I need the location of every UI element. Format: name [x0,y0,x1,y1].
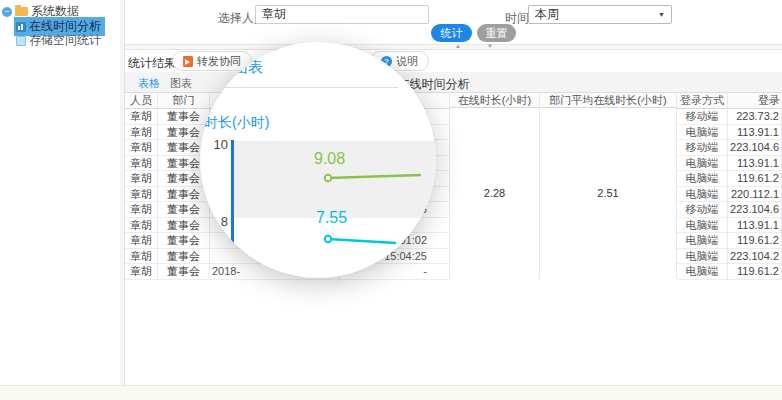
cell-person: 章胡 [125,156,158,172]
sidebar: − 系统数据 在线时间分析 存储空间统计 [0,0,120,400]
data-label-cyan: 7.55 [316,209,347,227]
magnifier-chart-overlay: 图表 时长(小时) 10 8 9.08 7.55 [200,42,436,278]
sidebar-item-label: 存储空间统计 [29,32,101,49]
cell-login-method: 电脑端 [677,218,728,234]
chart-icon [16,22,26,32]
cell-person: 章胡 [125,140,158,156]
cell-person: 章胡 [125,187,158,203]
forward-collab-label: 转发协同 [197,54,241,69]
table-row[interactable]: 电脑端113.91.1 [677,218,782,234]
cell-person: 章胡 [125,109,158,125]
table-right-group: 登录方式 登录 移动端223.73.2电脑端113.91.1移动端223.104… [677,93,782,280]
cell-login-ip: 119.61.2 [728,264,782,280]
cell-login-ip: 223.104.6 [728,140,782,156]
table-row[interactable]: 电脑端119.61.2 [677,264,782,280]
time-select-value: 本周 [535,6,559,23]
cell-login-method: 电脑端 [677,264,728,280]
table-row[interactable]: 移动端223.104.6 [677,140,782,156]
cell-login-method: 电脑端 [677,187,728,203]
header-login-method: 登录方式 [677,93,728,108]
header-login-ip: 登录 [728,93,782,108]
cell-login-ip: 119.61.2 [728,171,782,187]
person-input[interactable] [255,5,429,24]
cell-login-ip: 223.104.2 [728,249,782,265]
cell-login-ip: 119.61.2 [728,233,782,249]
results-bar: 统计结果: 转发协同 ? 说明 [125,50,782,72]
cell-person: 章胡 [125,171,158,187]
forward-collab-button[interactable]: 转发协同 [172,51,252,71]
table-header-row: 登录方式 登录 [677,93,782,109]
table-row[interactable]: 电脑端113.91.1 [677,125,782,141]
header-person: 人员 [125,93,158,108]
table-row[interactable]: 电脑端223.104.2 [677,249,782,265]
cell-login-method: 电脑端 [677,249,728,265]
cell-login-ip: 220.112.1 [728,187,782,203]
help-label: 说明 [396,54,418,69]
series-line-green [328,175,421,178]
table-rows-right: 移动端223.73.2电脑端113.91.1移动端223.104.6电脑端113… [677,109,782,280]
document-icon [16,36,26,46]
cell-login-method: 电脑端 [677,233,728,249]
table-title: 在线时间分析 [125,76,742,93]
column-online-hours: 在线时长(小时) 2.28 [450,93,540,280]
cell-login-ip: 113.91.1 [728,125,782,141]
table-row[interactable]: 移动端223.104.6 [677,202,782,218]
cell-person: 章胡 [125,202,158,218]
cell-login-ip: 113.91.1 [728,218,782,234]
header-online-hours: 在线时长(小时) [450,93,540,108]
data-label-green: 9.08 [314,150,345,168]
merged-cell-online-hours: 2.28 [450,108,540,279]
collapse-icon[interactable]: − [2,7,12,17]
reset-button[interactable]: 重置 [477,24,516,42]
cell-person: 章胡 [125,233,158,249]
cell-person: 章胡 [125,249,158,265]
cell-person: 章胡 [125,125,158,141]
header-dept-avg: 部门平均在线时长(小时) [540,93,677,108]
cell-login-method: 电脑端 [677,171,728,187]
sidebar-item-storage-stats[interactable]: 存储空间统计 [14,31,105,50]
cell-login-method: 电脑端 [677,125,728,141]
cell-person: 章胡 [125,218,158,234]
statistics-button[interactable]: 统计 [431,24,472,42]
cell-dept: 董事会 [158,218,210,234]
cell-login-ip: 223.73.2 [728,109,782,125]
footer-strip [0,385,782,400]
collapse-up-icon[interactable]: ▲ [455,43,461,49]
cell-login-method: 移动端 [677,140,728,156]
merged-cell-dept-avg: 2.51 [540,108,677,279]
series-marker-green[interactable] [325,175,331,181]
cell-dept: 董事会 [158,249,210,265]
cell-dept: 董事会 [158,264,210,280]
cell-dept: 董事会 [158,233,210,249]
table-row[interactable]: 移动端223.73.2 [677,109,782,125]
table-row[interactable]: 电脑端113.91.1 [677,156,782,172]
series-line-cyan [328,239,396,243]
cell-login-ip: 113.91.1 [728,156,782,172]
collapse-down-icon[interactable]: ▼ [487,43,493,49]
cell-login-method: 移动端 [677,109,728,125]
cell-dept: 董事会 [158,109,210,125]
cell-login-method: 电脑端 [677,156,728,172]
cell-dept: 董事会 [158,202,210,218]
table-row[interactable]: 电脑端119.61.2 [677,233,782,249]
chevron-down-icon: ▼ [658,11,665,18]
table-row[interactable]: 电脑端119.61.2 [677,171,782,187]
cell-person: 章胡 [125,264,158,280]
time-select[interactable]: 本周 ▼ [528,5,672,24]
cell-login-ip: 223.104.6 [728,202,782,218]
folder-icon [15,7,28,16]
header-dept: 部门 [158,93,210,108]
cell-login-method: 移动端 [677,202,728,218]
table-row[interactable]: 电脑端220.112.1 [677,187,782,203]
series-marker-cyan[interactable] [325,236,331,242]
column-dept-avg-hours: 部门平均在线时长(小时) 2.51 [540,93,677,280]
forward-icon [183,56,193,67]
cell-dept: 董事会 [158,187,210,203]
